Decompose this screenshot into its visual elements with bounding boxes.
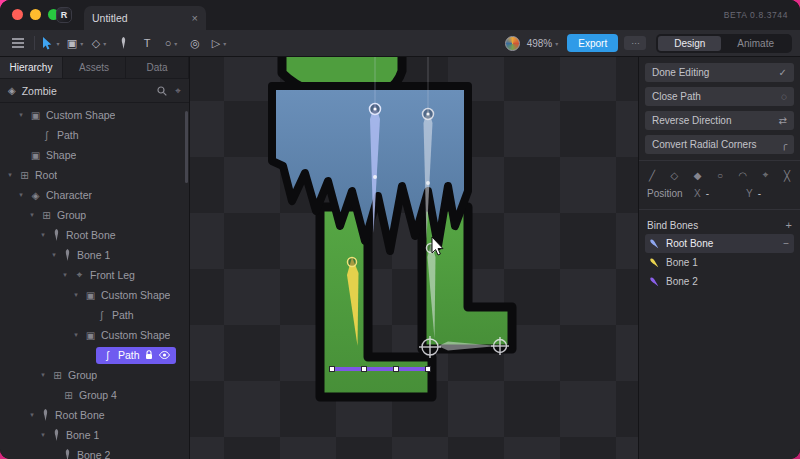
tree-row[interactable]: ▾▣Custom Shape	[0, 105, 189, 125]
tree-row[interactable]: ▾▣Custom Shape	[0, 325, 189, 345]
pen-tool[interactable]: ◇ ▾	[87, 33, 111, 54]
tab-design[interactable]: Design	[658, 36, 721, 51]
caret-down-icon[interactable]: ▾	[174, 40, 177, 47]
tab-close-icon[interactable]: ×	[192, 13, 198, 24]
tree-row[interactable]: Bone 2	[0, 445, 189, 459]
position-y-field[interactable]: Y -	[746, 188, 792, 199]
tree-row[interactable]: ▾⊞Group	[0, 365, 189, 385]
canvas[interactable]	[190, 57, 638, 459]
target-vertex-icon[interactable]: ⌖	[763, 169, 769, 181]
bind-bone-row[interactable]: Root Bone −	[645, 234, 794, 253]
caret-down-icon[interactable]: ▾	[28, 211, 36, 219]
tree-row[interactable]: ▾⊞Group	[0, 205, 189, 225]
lock-icon[interactable]	[145, 350, 153, 360]
vertex-type-row: ╱ ◇ ◆ ○ ◠ ⌖ ╳	[645, 167, 794, 183]
play-tool[interactable]: ▷ ▾	[207, 33, 231, 54]
document-tab[interactable]: Untitled ×	[84, 6, 206, 30]
bind-bone-row[interactable]: Bone 2	[645, 272, 794, 291]
avatar[interactable]	[505, 36, 520, 51]
caret-down-icon[interactable]: ▾	[56, 40, 59, 47]
bone-icon	[647, 236, 662, 251]
caret-down-icon[interactable]: ▾	[39, 371, 47, 379]
tree-row[interactable]: ▾▣Custom Shape	[0, 285, 189, 305]
caret-down-icon[interactable]: ▾	[50, 251, 58, 259]
tab-hierarchy[interactable]: Hierarchy	[0, 57, 63, 78]
shape-tool[interactable]: ○ ▾	[159, 33, 183, 54]
caret-down-icon[interactable]: ▾	[72, 331, 80, 339]
menu-button[interactable]	[6, 33, 30, 54]
eye-icon[interactable]	[159, 351, 170, 359]
caret-down-icon[interactable]: ▾	[17, 111, 25, 119]
selected-item-pill[interactable]: ʃ Path	[96, 347, 176, 364]
path-icon: ʃ	[41, 130, 52, 141]
tab-assets[interactable]: Assets	[63, 57, 126, 78]
tree-row[interactable]: ▾Root Bone	[0, 225, 189, 245]
caret-down-icon[interactable]: ▾	[39, 431, 47, 439]
tree-row[interactable]: ʃPath	[0, 125, 189, 145]
add-bone-button[interactable]: +	[786, 219, 792, 231]
tree-row[interactable]: ▾⊞Root	[0, 165, 189, 185]
caret-down-icon[interactable]: ▾	[28, 411, 36, 419]
tree-row[interactable]: ⊞Group 4	[0, 385, 189, 405]
bone-icon	[647, 274, 662, 289]
caret-down-icon[interactable]: ▾	[223, 40, 226, 47]
text-tool[interactable]: T	[135, 33, 159, 54]
shape-icon: ▣	[85, 290, 96, 301]
joint-icon: ⌖	[74, 269, 85, 281]
sidebar-scrollbar[interactable]	[185, 111, 188, 183]
caret-down-icon[interactable]: ▾	[80, 40, 83, 47]
group-icon: ⊞	[52, 370, 63, 381]
close-path-button[interactable]: Close Path ◌	[645, 87, 794, 106]
artboard-label: Zombie	[22, 85, 152, 97]
export-button[interactable]: Export	[567, 34, 618, 52]
done-editing-button[interactable]: Done Editing ✓	[645, 63, 794, 82]
mirrored-vertex-icon[interactable]: ◆	[694, 170, 702, 181]
caret-down-icon[interactable]: ▾	[61, 271, 69, 279]
round-vertex-icon[interactable]: ○	[717, 170, 723, 181]
paint-tool[interactable]: ◎	[183, 33, 207, 54]
convert-radial-corners-button[interactable]: Convert Radial Corners ╭	[645, 135, 794, 154]
shape-icon: ▣	[30, 110, 41, 121]
divider	[639, 209, 800, 210]
close-path-icon: ◌	[781, 91, 787, 102]
more-options-button[interactable]: ⋯	[624, 36, 646, 50]
tree-row[interactable]: ▾⌖Front Leg	[0, 265, 189, 285]
tree-row[interactable]: ▣Shape	[0, 145, 189, 165]
tree-row[interactable]: ▾◈Character	[0, 185, 189, 205]
stage-svg[interactable]	[190, 57, 638, 459]
remove-bone-button[interactable]: −	[783, 238, 789, 249]
artboard-tool[interactable]: ▣ ▾	[63, 33, 87, 54]
bone-icon	[63, 449, 72, 459]
tree-row[interactable]: ▾Bone 1	[0, 245, 189, 265]
position-label: Position	[647, 188, 688, 199]
arc-vertex-icon[interactable]: ◠	[739, 170, 748, 181]
bone-tool[interactable]	[111, 33, 135, 54]
tab-data[interactable]: Data	[126, 57, 189, 78]
tab-animate[interactable]: Animate	[721, 36, 790, 51]
artboard-row[interactable]: ◈ Zombie ⌖	[0, 79, 189, 103]
caret-down-icon[interactable]: ▾	[72, 291, 80, 299]
tree-row[interactable]: ▾Bone 1	[0, 425, 189, 445]
search-icon[interactable]	[157, 86, 167, 96]
minimize-window-button[interactable]	[30, 9, 41, 20]
caret-down-icon[interactable]: ▾	[103, 40, 106, 47]
corner-vertex-icon[interactable]: ◇	[671, 170, 679, 181]
bind-bone-row[interactable]: Bone 1	[645, 253, 794, 272]
document-tab-title: Untitled	[92, 12, 186, 24]
app-window: R Untitled × BETA 0.8.3744 ▾ ▣ ▾ ◇ ▾ T	[0, 0, 800, 459]
target-icon[interactable]: ⌖	[175, 85, 181, 97]
tree-row[interactable]: ʃPath	[0, 305, 189, 325]
toolbar-divider	[34, 36, 35, 50]
tree-row-selected[interactable]: ʃ Path	[0, 345, 189, 365]
select-tool[interactable]: ▾	[39, 33, 63, 54]
line-vertex-icon[interactable]: ╱	[649, 170, 655, 181]
zoom-control[interactable]: 498% ▾	[527, 38, 559, 49]
caret-down-icon[interactable]: ▾	[39, 231, 47, 239]
detach-vertex-icon[interactable]: ╳	[784, 170, 790, 181]
position-x-field[interactable]: X -	[694, 188, 740, 199]
tree-row[interactable]: ▾Root Bone	[0, 405, 189, 425]
close-window-button[interactable]	[12, 9, 23, 20]
caret-down-icon[interactable]: ▾	[6, 171, 14, 179]
caret-down-icon[interactable]: ▾	[17, 191, 25, 199]
reverse-direction-button[interactable]: Reverse Direction ⇄	[645, 111, 794, 130]
